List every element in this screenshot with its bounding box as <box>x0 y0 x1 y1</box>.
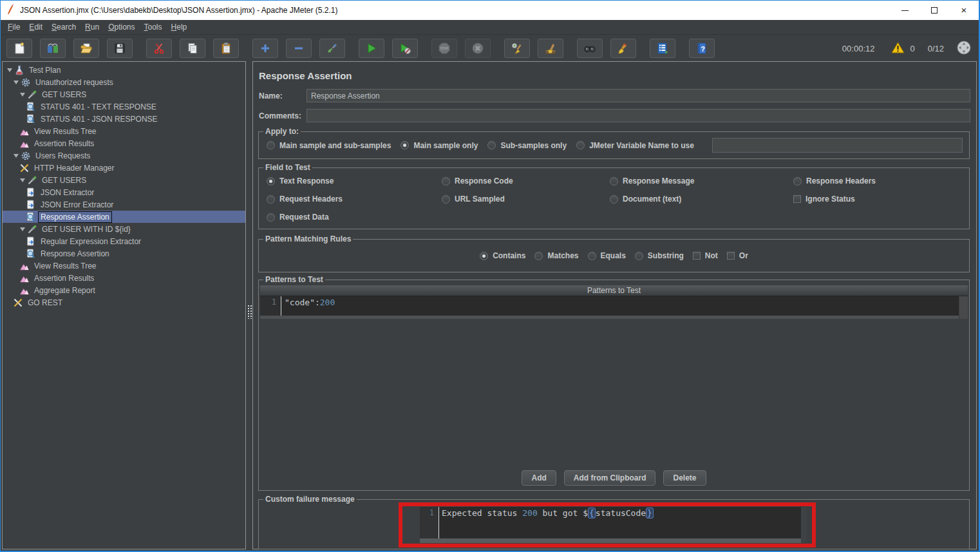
expand-toggle[interactable] <box>12 154 20 158</box>
tree-item-go-rest[interactable]: GO REST <box>3 296 245 309</box>
tree-item-response-assertion[interactable]: Response Assertion <box>3 211 245 223</box>
menu-item-options[interactable]: Options <box>104 21 139 33</box>
tree-item-status-401-json-response[interactable]: STATUS 401 - JSON RESPONSE <box>3 113 245 125</box>
horizontal-scrollbar[interactable] <box>260 316 959 319</box>
search-button[interactable] <box>577 39 603 58</box>
tree-item-json-error-extractor[interactable]: JSON Error Extractor <box>3 198 245 211</box>
substring-radio[interactable]: Substring <box>635 251 684 260</box>
tree-item-status-401-text-response[interactable]: STATUS 401 - TEXT RESPONSE <box>3 100 245 113</box>
menu-item-tools[interactable]: Tools <box>140 21 167 33</box>
tree-item-get-user-with-id-id[interactable]: GET USER WITH ID ${id} <box>3 223 245 235</box>
new-icon <box>13 42 26 55</box>
or-checkbox[interactable]: Or <box>727 251 748 260</box>
add-button[interactable]: Add <box>522 470 556 486</box>
maximize-button[interactable] <box>919 1 949 20</box>
document-text-radio[interactable]: Document (text) <box>610 195 793 204</box>
delete-button[interactable]: Delete <box>663 470 706 486</box>
close-button[interactable]: × <box>949 1 979 20</box>
tree-item-get-users[interactable]: GET USERS <box>3 174 245 186</box>
triangle-down-icon <box>14 81 19 84</box>
radio-control <box>635 252 643 260</box>
clear-all-button[interactable] <box>538 39 563 58</box>
response-code-radio[interactable]: Response Code <box>442 176 610 186</box>
add-button[interactable] <box>252 39 278 58</box>
function-helper-button[interactable] <box>650 39 675 58</box>
request-data-radio[interactable]: Request Data <box>267 213 442 222</box>
name-input[interactable] <box>306 89 970 102</box>
patterns-editor[interactable]: 1 "code":200 <box>260 296 968 319</box>
ignore-status-checkbox[interactable]: Ignore Status <box>793 195 963 204</box>
not-checkbox[interactable]: Not <box>693 251 718 260</box>
cut-button[interactable] <box>146 39 172 58</box>
toolbar-status: 00:00:12 0 0/12 <box>842 41 971 57</box>
clear-button[interactable] <box>504 39 530 58</box>
comments-input[interactable] <box>306 109 970 122</box>
save-button[interactable] <box>107 39 133 58</box>
add-icon <box>259 42 272 55</box>
templates-button[interactable] <box>40 39 66 58</box>
tree-item-users-requests[interactable]: Users Requests <box>3 149 245 162</box>
vertical-scrollbar[interactable] <box>801 507 806 543</box>
menu-item-search[interactable]: Search <box>47 21 80 33</box>
config-icon <box>13 298 23 308</box>
add-from-clipboard-button[interactable]: Add from Clipboard <box>564 470 656 486</box>
toggle-button[interactable] <box>319 39 345 58</box>
expand-toggle[interactable] <box>6 68 14 72</box>
url-sampled-radio[interactable]: URL Sampled <box>442 195 610 204</box>
minimize-button[interactable] <box>890 1 919 20</box>
menu-item-help[interactable]: Help <box>167 21 192 33</box>
shutdown-button[interactable] <box>465 39 491 58</box>
main-sample-only-radio[interactable]: Main sample only <box>400 141 478 150</box>
tree-item-unauthorized-requests[interactable]: Unauthorized requests <box>3 76 245 88</box>
new-button[interactable] <box>6 39 32 58</box>
tree-item-json-extractor[interactable]: JSON Extractor <box>3 186 245 198</box>
main-sample-and-sub-samples-radio[interactable]: Main sample and sub-samples <box>267 141 391 150</box>
horizontal-scrollbar[interactable] <box>420 538 801 543</box>
sub-samples-only-radio[interactable]: Sub-samples only <box>487 141 567 150</box>
contains-radio[interactable]: Contains <box>480 251 525 260</box>
copy-button[interactable] <box>180 39 205 58</box>
help-button[interactable]: ? <box>689 39 715 58</box>
expand-toggle[interactable] <box>19 93 26 97</box>
menu-item-run[interactable]: Run <box>80 21 104 33</box>
tree-item-aggregate-report[interactable]: Aggregate Report <box>3 284 245 296</box>
start-button[interactable] <box>359 39 384 58</box>
menu-item-file[interactable]: File <box>3 21 24 33</box>
matches-radio[interactable]: Matches <box>534 251 578 260</box>
search-reset-button[interactable] <box>610 39 636 58</box>
equals-radio[interactable]: Equals <box>588 251 626 260</box>
stop-button[interactable]: STOP <box>431 39 457 58</box>
tree-item-get-users[interactable]: GET USERS <box>3 88 245 100</box>
warning-icon[interactable] <box>891 42 905 55</box>
response-message-radio[interactable]: Response Message <box>610 176 793 186</box>
tree-item-view-results-tree[interactable]: View Results Tree <box>3 125 245 137</box>
tree-item-response-assertion[interactable]: Response Assertion <box>3 247 245 260</box>
minimize-icon <box>901 10 909 11</box>
text-response-radio[interactable]: Text Response <box>267 176 442 186</box>
tree-item-assertion-results[interactable]: Assertion Results <box>3 272 245 284</box>
pattern-matching-rules-group: Pattern Matching Rules ContainsMatchesEq… <box>258 239 970 272</box>
panel-splitter[interactable] <box>246 61 252 549</box>
triangle-down-icon <box>14 154 19 158</box>
expand-toggle[interactable] <box>19 227 26 231</box>
start-no-timers-button[interactable] <box>392 39 418 58</box>
jmeter-variable-name-input[interactable] <box>712 138 963 153</box>
expand-toggle[interactable] <box>12 81 20 84</box>
tree-item-regular-expression-extractor[interactable]: Regular Expression Extractor <box>3 235 245 247</box>
jmeter-variable-name-to-use-radio[interactable]: JMeter Variable Name to use <box>576 141 694 150</box>
tree-item-test-plan[interactable]: Test Plan <box>3 64 245 76</box>
remove-button[interactable] <box>286 39 312 58</box>
tree-item-view-results-tree[interactable]: View Results Tree <box>3 260 245 272</box>
menu-item-edit[interactable]: Edit <box>24 21 47 33</box>
custom-failure-editor[interactable]: 1 Expected status 200 but got ${statusCo… <box>420 507 806 543</box>
vertical-scrollbar[interactable] <box>959 296 968 319</box>
expand-toggle[interactable] <box>19 178 26 182</box>
request-headers-radio[interactable]: Request Headers <box>267 195 442 204</box>
paste-button[interactable] <box>213 39 239 58</box>
tree: Test PlanUnauthorized requestsGET USERSS… <box>3 64 245 309</box>
tree-item-assertion-results[interactable]: Assertion Results <box>3 137 245 149</box>
open-button[interactable] <box>73 39 99 58</box>
response-headers-radio[interactable]: Response Headers <box>793 176 963 186</box>
tree-item-http-header-manager[interactable]: HTTP Header Manager <box>3 162 245 174</box>
splitter-grip-icon[interactable] <box>247 305 252 319</box>
